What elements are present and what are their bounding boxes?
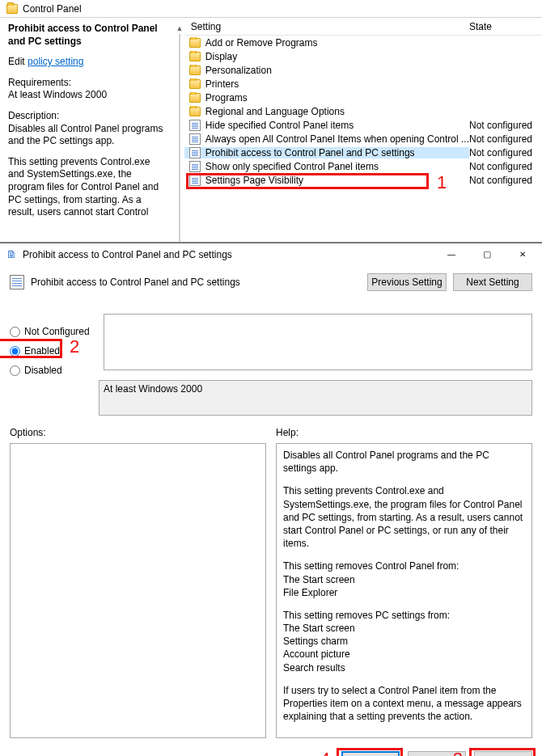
- window-icon: 🗎: [5, 248, 18, 261]
- help-paragraph: This setting prevents Control.exe and Sy…: [283, 484, 525, 550]
- maximize-button[interactable]: ▢: [469, 243, 505, 265]
- ok-button[interactable]: OK: [341, 751, 400, 756]
- list-item-label: Display: [205, 51, 237, 62]
- supported-on-text: At least Windows 2000: [99, 380, 532, 416]
- list-item-label: Programs: [205, 92, 248, 103]
- annotation-number-4: 4: [320, 749, 330, 756]
- list-item[interactable]: Hide specified Control Panel itemsNot co…: [184, 118, 542, 132]
- list-item-label: Regional and Language Options: [205, 106, 345, 117]
- list-header: Setting State: [184, 18, 542, 36]
- list-item[interactable]: Personalization: [184, 63, 542, 77]
- chevron-up-icon: ▲: [176, 24, 183, 32]
- folder-icon: [189, 38, 201, 48]
- list-item[interactable]: Show only specified Control Panel itemsN…: [184, 159, 542, 173]
- radio-disabled[interactable]: Disabled: [10, 361, 90, 380]
- policy-icon: [189, 120, 201, 131]
- list-item[interactable]: Settings Page VisibilityNot configured: [184, 173, 542, 187]
- list-item-state: Not configured: [469, 161, 542, 172]
- list-item[interactable]: Add or Remove Programs: [184, 36, 542, 49]
- list-item-state: Not configured: [469, 175, 542, 186]
- edit-prefix: Edit: [8, 56, 25, 67]
- policy-icon: [189, 161, 201, 172]
- selected-policy-title: Prohibit access to Control Panel and PC …: [8, 23, 168, 48]
- list-item-state: Not configured: [469, 133, 542, 145]
- list-item-state: Not configured: [469, 147, 542, 158]
- radio-enabled[interactable]: Enabled: [10, 341, 90, 361]
- radio-disabled-input[interactable]: [10, 365, 20, 376]
- dialog-header-row: Prohibit access to Control Panel and PC …: [10, 273, 532, 291]
- folder-icon: [189, 107, 201, 116]
- policy-icon: [189, 147, 201, 158]
- policy-icon: [10, 275, 24, 289]
- supported-on-label: Supported on:: [10, 380, 99, 416]
- requirements-value: At least Windows 2000: [8, 89, 107, 100]
- folder-icon: [189, 93, 201, 103]
- dialog-title: Prohibit access to Control Panel and PC …: [23, 249, 232, 260]
- minimize-button[interactable]: —: [434, 243, 469, 265]
- next-setting-button[interactable]: Next Setting: [453, 273, 532, 291]
- list-item[interactable]: Regional and Language Options: [184, 104, 542, 118]
- list-body: Add or Remove ProgramsDisplayPersonaliza…: [184, 36, 542, 242]
- help-paragraph: This setting removes Control Panel from:…: [283, 560, 525, 599]
- settings-list-panel: Setting State Add or Remove ProgramsDisp…: [184, 0, 542, 242]
- list-item-label: Settings Page Visibility: [205, 175, 303, 186]
- folder-icon: [189, 65, 201, 75]
- description-panel: Prohibit access to Control Panel and PC …: [0, 0, 175, 242]
- options-label: Options:: [10, 427, 266, 438]
- column-setting[interactable]: Setting: [184, 21, 469, 32]
- list-item[interactable]: Prohibit access to Control Panel and PC …: [184, 146, 542, 159]
- cancel-button[interactable]: Cancel: [408, 751, 466, 756]
- radio-not-configured[interactable]: Not Configured: [10, 322, 90, 341]
- list-item[interactable]: Programs: [184, 91, 542, 104]
- help-paragraph: This setting removes PC settings from:Th…: [283, 609, 525, 674]
- policy-icon: [189, 133, 201, 145]
- radio-enabled-input[interactable]: [10, 346, 20, 357]
- folder-icon: [189, 79, 201, 89]
- description-label: Description:: [8, 110, 59, 121]
- previous-setting-button[interactable]: Previous Setting: [367, 273, 447, 291]
- close-button[interactable]: ✕: [505, 243, 540, 265]
- dialog-header-text: Prohibit access to Control Panel and PC …: [31, 277, 361, 288]
- help-paragraph: Disables all Control Panel programs and …: [283, 449, 525, 475]
- apply-button[interactable]: Apply: [474, 751, 532, 756]
- radio-enabled-label: Enabled: [24, 345, 60, 357]
- list-item-state: Not configured: [469, 120, 542, 131]
- options-box: [10, 443, 266, 738]
- state-radio-group: Not Configured Enabled Disabled: [10, 322, 90, 380]
- list-item[interactable]: Printers: [184, 77, 542, 91]
- comment-textarea[interactable]: [104, 314, 532, 370]
- list-item-label: Hide specified Control Panel items: [205, 120, 354, 131]
- list-item-label: Printers: [205, 78, 239, 90]
- list-item-label: Add or Remove Programs: [205, 37, 318, 49]
- policy-icon: [189, 175, 201, 186]
- pane-splitter[interactable]: ▲: [175, 0, 184, 242]
- list-item-label: Show only specified Control Panel items: [205, 161, 379, 172]
- list-item-label: Personalization: [205, 65, 272, 76]
- help-box[interactable]: Disables all Control Panel programs and …: [276, 443, 532, 738]
- radio-disabled-label: Disabled: [24, 365, 62, 376]
- dialog-titlebar[interactable]: 🗎 Prohibit access to Control Panel and P…: [0, 243, 542, 265]
- policy-properties-dialog: 🗎 Prohibit access to Control Panel and P…: [0, 243, 542, 756]
- dialog-button-bar: OK Cancel Apply 3 4: [0, 745, 542, 756]
- description-text-1: Disables all Control Panel programs and …: [8, 123, 163, 147]
- list-item-label: Always open All Control Panel Items when…: [205, 133, 469, 145]
- requirements-label: Requirements:: [8, 77, 71, 88]
- gpedit-pane: Control Panel Prohibit access to Control…: [0, 0, 542, 243]
- folder-icon: [189, 52, 201, 61]
- list-item-label: Prohibit access to Control Panel and PC …: [205, 147, 415, 158]
- radio-not-configured-label: Not Configured: [24, 326, 90, 337]
- radio-not-configured-input[interactable]: [10, 327, 20, 337]
- edit-policy-link[interactable]: policy setting: [28, 56, 83, 67]
- list-item[interactable]: Always open All Control Panel Items when…: [184, 132, 542, 146]
- list-item[interactable]: Display: [184, 49, 542, 63]
- help-label: Help:: [276, 427, 532, 438]
- column-state[interactable]: State: [469, 21, 542, 32]
- help-paragraph: If users try to select a Control Panel i…: [283, 684, 525, 724]
- description-text-2: This setting prevents Control.exe and Sy…: [8, 156, 168, 219]
